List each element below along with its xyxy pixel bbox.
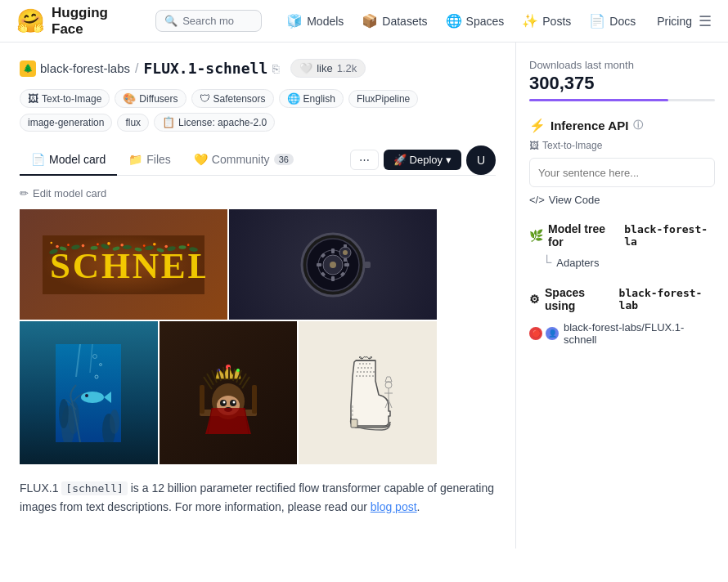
view-code-label: View Code [549,194,600,206]
tabs: 📄 Model card 📁 Files 💛 Community 36 ⋯ [20,145,496,176]
nav-posts[interactable]: ✨ Posts [514,9,579,33]
tag-image-generation[interactable]: image-generation [20,114,112,132]
image-boot-sketch [299,321,437,464]
model-tree-section: 🌿 Model tree for black-forest-la └ Adapt… [529,222,715,270]
tag-text-to-image[interactable]: 🖼 Text-to-Image [20,89,110,108]
breadcrumb-org[interactable]: 🌲 black-forest-labs [20,60,130,77]
datasets-icon: 📦 [362,13,378,29]
page-container: 🌲 black-forest-labs / FLUX.1-schnell ⎘ 🤍… [0,43,728,548]
tab-files-label: Files [146,153,171,166]
nav-datasets[interactable]: 📦 Datasets [353,9,435,33]
tab-community-badge: 36 [274,154,294,165]
user-avatar[interactable]: U [466,146,496,175]
blog-post-link[interactable]: blog post [371,500,417,513]
svg-point-25 [187,244,190,246]
svg-point-75 [385,382,392,388]
svg-point-49 [110,410,119,434]
nav-posts-label: Posts [542,15,571,28]
image-schnell: SCHNELL [20,209,227,320]
logo[interactable]: 🤗 Hugging Face [16,5,142,38]
model-tree-header: 🌿 Model tree for black-forest-la [529,222,715,248]
svg-point-67 [222,401,225,403]
svg-point-7 [82,244,85,247]
downloads-progress-bar [529,99,715,101]
desc-period: . [417,500,420,513]
menu-icon[interactable]: ☰ [699,12,712,30]
tree-icon: 🌿 [529,229,543,242]
tag-label: Diffusers [139,93,178,105]
tab-actions: ⋯ 🚀 Deploy ▾ U [350,146,496,175]
svg-point-5 [56,244,59,248]
tag-english[interactable]: 🌐 English [279,89,344,108]
svg-text:SCHNELL: SCHNELL [50,245,205,286]
image-watch [229,209,437,320]
nav-spaces[interactable]: 🌐 Spaces [438,9,513,33]
svg-rect-74 [351,419,357,428]
edit-model-card-link[interactable]: ✏ Edit model card [20,187,496,199]
tag-label: image-generation [28,117,104,128]
space-item[interactable]: 🔴 👤 black-forest-labs/FLUX.1-schnell [529,319,715,348]
nav-models-label: Models [307,15,344,28]
inference-api-header: ⚡ Inference API ⓘ [529,118,715,133]
pricing-link[interactable]: Pricing [657,15,692,28]
space-name: black-forest-labs/FLUX.1-schnell [564,321,715,346]
spaces-emoji: ⚙ [529,293,540,306]
svg-point-6 [67,244,70,246]
tag-safetensors[interactable]: 🛡 Safetensors [191,89,274,108]
code-icon: </> [529,194,545,206]
tag-license[interactable]: 📋 License: apache-2.0 [154,113,275,132]
search-box[interactable]: 🔍 Search mo [155,10,262,32]
desc-flux: FLUX.1 [20,481,61,495]
nav-models[interactable]: 🧊 Models [278,9,352,33]
svg-point-18 [143,244,146,247]
spaces-label: Spaces using [545,286,614,312]
models-icon: 🧊 [286,13,303,29]
copy-icon[interactable]: ⎘ [272,62,279,75]
tag-fluxpipeline[interactable]: FluxPipeline [348,90,418,108]
nav-docs[interactable]: 📄 Docs [581,9,644,33]
tab-model-card[interactable]: 📄 Model card [20,145,117,176]
inference-api-label: Inference API [550,119,628,132]
breadcrumb-separator: / [135,61,138,76]
image-grid-container: SCHNELL [20,209,437,464]
tag-diffusers[interactable]: 🎨 Diffusers [115,89,186,108]
search-placeholder: Search mo [182,15,234,27]
tab-community[interactable]: 💛 Community 36 [182,145,305,176]
svg-point-51 [85,394,88,397]
tag-icon-diffusers: 🎨 [123,92,136,105]
svg-point-8 [50,241,52,244]
spaces-org: black-forest-lab [619,287,715,311]
model-description: FLUX.1 [schnell] is a 12 billion paramet… [20,479,496,516]
image-hedgehog [160,321,298,464]
view-code-link[interactable]: </> View Code [529,194,715,206]
inference-input[interactable] [529,158,715,187]
tag-flux[interactable]: flux [117,114,149,132]
svg-point-50 [81,392,104,403]
model-tree-org: black-forest-la [624,223,715,248]
deploy-button[interactable]: 🚀 Deploy ▾ [384,150,461,170]
svg-point-46 [59,399,69,428]
breadcrumb: 🌲 black-forest-labs / FLUX.1-schnell ⎘ 🤍… [20,59,496,78]
svg-point-23 [179,245,186,249]
svg-rect-31 [331,248,335,253]
tag-icon-safe: 🛡 [200,92,210,105]
navbar: 🤗 Hugging Face 🔍 Search mo 🧊 Models 📦 Da… [0,0,728,43]
org-name: black-forest-labs [40,61,130,75]
more-options-button[interactable]: ⋯ [350,150,379,170]
svg-rect-59 [252,385,257,414]
svg-point-14 [123,244,132,248]
tag-icon-english: 🌐 [287,92,300,105]
spaces-header: ⚙ Spaces using black-forest-lab [529,286,715,312]
api-type-label: Text-to-Image [542,140,602,151]
tab-model-card-icon: 📄 [31,153,45,166]
like-button[interactable]: 🤍 like 1.2k [290,59,366,78]
svg-point-40 [343,250,348,255]
svg-point-62 [236,369,240,372]
tab-files[interactable]: 📁 Files [117,145,182,176]
image-grid-bottom-row [20,321,437,464]
svg-rect-33 [317,263,321,266]
api-subtitle: 🖼 Text-to-Image [529,140,715,151]
info-icon[interactable]: ⓘ [633,119,643,132]
nav-datasets-label: Datasets [382,15,427,28]
model-tree-adapters: └ Adapters [529,255,715,270]
